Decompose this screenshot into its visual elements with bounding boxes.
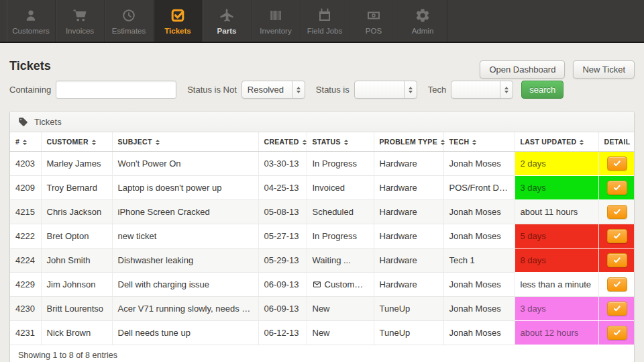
detail-cell [598,152,635,176]
page-content: Tickets Containing Status is Not Resolve… [0,59,644,362]
tech-cell: Jonah Moses [443,297,515,321]
problem-type-cell: Hardware [374,152,443,176]
sort-icon [156,140,160,145]
fieldjobs-icon [317,7,333,24]
status-cell: In Progress [307,224,374,248]
new-ticket-button[interactable]: New Ticket [573,60,635,79]
col-header--[interactable]: # [10,132,41,152]
ticket-detail-button[interactable] [607,229,627,243]
col-header-last-updated[interactable]: LAST UPDATED [515,132,598,152]
check-icon [612,183,622,192]
tech-cell: Jonah Moses [443,224,515,248]
col-header-status[interactable]: STATUS [307,132,374,152]
inventory-icon [268,7,284,24]
header-actions: Open Dashboard New Ticket [480,60,635,79]
open-dashboard-button[interactable]: Open Dashboard [480,60,565,79]
table-row: 4222Bret Optonnew ticket05-27-13In Progr… [10,224,635,248]
subject-cell: iPhone Screen Cracked [112,200,258,224]
ticket-detail-button[interactable] [607,277,627,291]
check-icon [612,232,622,240]
status-cell: In Progress [307,152,374,176]
ticket-number-cell: 4215 [10,200,41,224]
ticket-detail-button[interactable] [607,253,627,267]
table-row: 4224John SmithDishwasher leaking05-29-13… [10,248,635,273]
ticket-number-cell: 4230 [10,297,41,321]
col-header-customer[interactable]: CUSTOMER [41,132,112,152]
ticket-number-cell: 4209 [10,176,41,200]
ticket-detail-button[interactable] [607,156,627,171]
col-header-problem-type[interactable]: PROBLEM TYPE [374,132,443,152]
nav-item-customers[interactable]: Customers [7,0,56,42]
ticket-detail-button[interactable] [607,181,627,195]
created-cell: 06-09-13 [258,273,307,297]
ticket-detail-button[interactable] [607,205,627,219]
nav-item-invoices[interactable]: Invoices [56,0,105,42]
nav-item-admin[interactable]: Admin [398,0,447,42]
stepper-icon [292,81,305,98]
problem-type-cell: TuneUp [374,321,443,345]
problem-type-cell: Hardware [374,273,443,297]
customer-cell: Jim Johnson [41,273,112,297]
status-cell: New [307,297,374,321]
table-row: 4203Marley JamesWon't Power On03-30-13In… [10,152,635,176]
search-button[interactable]: search [521,81,564,99]
problem-type-cell: Hardware [374,200,443,224]
col-header-subject[interactable]: SUBJECT [112,132,258,152]
mail-icon [313,280,321,289]
check-icon [612,280,622,289]
estimates-icon [121,7,137,24]
containing-input[interactable] [56,81,176,99]
table-row: 4209Troy BernardLaptop is doesn't power … [10,176,635,200]
problem-type-cell: Hardware [374,224,443,248]
admin-icon [415,7,431,24]
subject-cell: Laptop is doesn't power up [112,176,258,200]
ticket-number-cell: 4203 [10,152,41,176]
sort-icon [580,140,584,145]
ticket-detail-button[interactable] [607,326,627,340]
col-header-tech[interactable]: TECH [443,132,515,152]
created-cell: 03-30-13 [258,152,307,176]
nav-item-tickets[interactable]: Tickets [154,0,203,42]
last-updated-cell: 2 days [515,152,598,176]
subject-cell: Acer V71 running slowly, needs tuneup [112,297,258,321]
ticket-number-cell: 4222 [10,224,41,248]
status-is-select[interactable] [354,81,417,99]
nav-item-estimates[interactable]: Estimates [105,0,154,42]
table-body: 4203Marley JamesWon't Power On03-30-13In… [10,152,635,345]
customer-cell: Chris Jackson [41,200,112,224]
sort-icon [472,140,476,145]
created-cell: 06-09-13 [258,297,307,321]
nav-item-field-jobs[interactable]: Field Jobs [301,0,350,42]
col-header-created[interactable]: CREATED [258,132,307,152]
panel-header: Tickets [10,111,634,132]
status-is-not-select[interactable]: Resolved [241,81,305,99]
customer-cell: Marley James [41,152,112,176]
sort-icon [344,140,348,145]
tech-select[interactable] [451,81,513,99]
nav-item-pos[interactable]: POS [350,0,398,42]
tech-cell: POS/Front Desk [443,176,515,200]
status-cell: Waiting ... [307,248,374,273]
table-row: 4229Jim JohnsonDell with charging issue0… [10,273,635,297]
customer-cell: Bret Opton [41,224,112,248]
status-is-not-label: Status is Not [187,85,237,95]
tickets-table: #CUSTOMERSUBJECTCREATEDSTATUSPROBLEM TYP… [10,132,635,345]
subject-cell: Won't Power On [112,152,258,176]
nav-item-inventory[interactable]: Inventory [252,0,301,42]
sort-icon [92,140,96,145]
created-cell: 05-29-13 [258,248,307,273]
created-cell: 05-27-13 [258,224,307,248]
tech-cell: Jonah Moses [443,200,515,224]
check-icon [612,159,622,168]
created-cell: 05-08-13 [258,200,307,224]
nav-item-parts[interactable]: Parts [203,0,252,42]
pos-icon [366,7,382,24]
check-icon [612,208,622,216]
status-cell: Invoiced [307,176,374,200]
customer-cell: John Smith [41,248,112,273]
tickets-panel: Tickets #CUSTOMERSUBJECTCREATEDSTATUSPRO… [9,111,635,362]
ticket-number-cell: 4231 [10,321,41,345]
problem-type-cell: Hardware [374,248,443,273]
ticket-detail-button[interactable] [607,302,627,316]
ticket-number-cell: 4229 [10,273,41,297]
